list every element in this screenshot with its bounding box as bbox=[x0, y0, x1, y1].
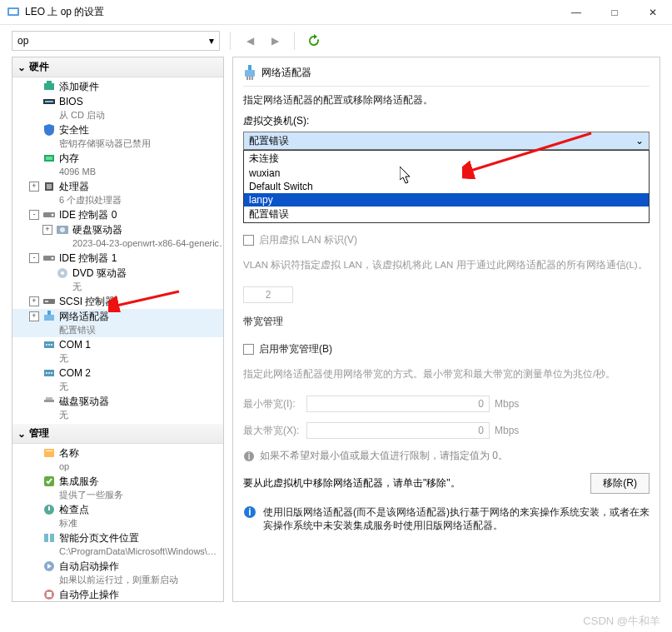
tree-item[interactable]: -IDE 控制器 0 bbox=[12, 207, 223, 222]
vlan-enable-row[interactable]: 启用虚拟 LAN 标识(V) bbox=[243, 233, 650, 247]
chevron-down-icon: ▾ bbox=[209, 35, 214, 47]
info-icon: i bbox=[243, 505, 256, 519]
svg-rect-7 bbox=[46, 157, 52, 160]
checkbox[interactable] bbox=[243, 235, 254, 246]
node-label: IDE 控制器 0 bbox=[59, 208, 117, 221]
bw-enable-row[interactable]: 启用带宽管理(B) bbox=[243, 342, 650, 356]
svg-point-15 bbox=[52, 257, 54, 260]
management-tree: 名称op集成服务提供了一些服务检查点标准智能分页文件位置C:\ProgramDa… bbox=[12, 444, 223, 602]
node-icon bbox=[42, 338, 56, 351]
group-management[interactable]: ⌄ 管理 bbox=[12, 424, 223, 444]
virtual-switch-combo[interactable]: 配置错误 ⌄ 未连接wuxianDefault Switchlanpy配置错误 bbox=[243, 132, 650, 150]
tree-item[interactable]: 添加硬件 bbox=[12, 79, 223, 94]
node-label: 处理器 bbox=[59, 180, 122, 193]
tree-item[interactable]: 智能分页文件位置C:\ProgramData\Microsoft\Windows… bbox=[12, 530, 223, 559]
expander[interactable]: - bbox=[29, 210, 39, 220]
main-area: ⌄ 硬件 添加硬件BIOS从 CD 启动安全性密钥存储驱动器已禁用内存4096 … bbox=[0, 57, 672, 610]
node-icon bbox=[56, 223, 69, 236]
tree-item[interactable]: +处理器6 个虚拟处理器 bbox=[12, 179, 223, 207]
node-subtext: 无 bbox=[59, 408, 109, 421]
svg-rect-32 bbox=[44, 449, 54, 457]
bw-max-input[interactable] bbox=[306, 422, 490, 439]
tree-item[interactable]: 名称op bbox=[12, 445, 223, 474]
node-icon bbox=[42, 446, 56, 460]
title-bar: LEO 上 op 的设置 — □ ✕ bbox=[0, 0, 672, 25]
combo-option[interactable]: Default Switch bbox=[244, 180, 649, 193]
tree-item[interactable]: 磁盘驱动器无 bbox=[12, 394, 223, 422]
tree-item[interactable]: +SCSI 控制器 bbox=[12, 294, 223, 309]
svg-point-13 bbox=[60, 227, 65, 232]
checkbox[interactable] bbox=[243, 344, 254, 355]
node-subtext: 2023-04-23-openwrt-x86-64-generic-s... bbox=[72, 236, 224, 250]
remove-button[interactable]: 移除(R) bbox=[590, 473, 650, 494]
maximize-button[interactable]: □ bbox=[595, 0, 634, 25]
expander bbox=[29, 561, 39, 571]
node-subtext: 如果以前运行过，则重新启动 bbox=[59, 573, 178, 586]
node-icon bbox=[42, 251, 56, 265]
node-label: 智能分页文件位置 bbox=[59, 531, 217, 545]
bw-min-input[interactable] bbox=[306, 396, 490, 412]
close-button[interactable]: ✕ bbox=[634, 0, 672, 25]
nav-forward-button[interactable]: ▶ bbox=[266, 32, 284, 50]
tree-item[interactable]: +网络适配器配置错误 bbox=[12, 309, 223, 337]
group-hardware[interactable]: ⌄ 硬件 bbox=[12, 57, 223, 77]
expander[interactable]: - bbox=[29, 253, 39, 263]
combo-option[interactable]: 配置错误 bbox=[244, 207, 649, 222]
tree-item[interactable]: 自动启动操作如果以前运行过，则重新启动 bbox=[12, 559, 223, 587]
svg-rect-5 bbox=[45, 101, 53, 102]
node-icon bbox=[42, 310, 56, 323]
virtual-switch-field: 虚拟交换机(S): 配置错误 ⌄ 未连接wuxianDefault Switch… bbox=[243, 114, 650, 150]
separator bbox=[294, 32, 295, 50]
tree-item[interactable]: BIOS从 CD 启动 bbox=[12, 94, 223, 122]
expander[interactable]: + bbox=[29, 182, 39, 192]
expander bbox=[29, 533, 39, 543]
node-icon bbox=[42, 152, 56, 165]
vm-select-value: op bbox=[17, 35, 28, 47]
expander[interactable]: + bbox=[29, 311, 39, 321]
combo-option[interactable]: 未连接 bbox=[244, 151, 649, 167]
tree-item[interactable]: COM 2无 bbox=[12, 366, 223, 394]
svg-text:i: i bbox=[248, 506, 251, 518]
tree-item[interactable]: COM 1无 bbox=[12, 337, 223, 366]
node-icon bbox=[42, 503, 56, 516]
nav-back-button[interactable]: ◀ bbox=[241, 32, 259, 50]
tree-item[interactable]: 内存4096 MB bbox=[12, 151, 223, 179]
node-label: BIOS bbox=[59, 95, 105, 108]
svg-rect-19 bbox=[45, 301, 48, 302]
node-label: IDE 控制器 1 bbox=[59, 251, 117, 265]
remove-row: 要从此虚拟机中移除网络适配器，请单击"移除"。 移除(R) bbox=[243, 473, 650, 494]
svg-rect-42 bbox=[248, 65, 251, 70]
svg-point-27 bbox=[46, 372, 47, 374]
node-subtext: 标准 bbox=[59, 516, 89, 530]
expander[interactable]: + bbox=[42, 225, 52, 235]
vm-select[interactable]: op ▾ bbox=[12, 31, 220, 51]
bw-min-row: 最小带宽(I): Mbps bbox=[243, 396, 650, 412]
combo-option[interactable]: wuxian bbox=[244, 167, 649, 180]
node-icon bbox=[56, 266, 69, 280]
tree-item[interactable]: 集成服务提供了一些服务 bbox=[12, 474, 223, 502]
combo-option[interactable]: lanpy bbox=[244, 193, 649, 207]
sidebar: ⌄ 硬件 添加硬件BIOS从 CD 启动安全性密钥存储驱动器已禁用内存4096 … bbox=[12, 57, 224, 602]
node-icon bbox=[42, 80, 56, 93]
svg-text:i: i bbox=[248, 450, 251, 462]
expander bbox=[29, 340, 39, 350]
node-label: 内存 bbox=[59, 152, 96, 165]
vlan-id-input[interactable] bbox=[243, 286, 293, 303]
tree-item[interactable]: +硬盘驱动器2023-04-23-openwrt-x86-64-generic-… bbox=[12, 222, 223, 251]
expander bbox=[29, 476, 39, 486]
tree-item[interactable]: 自动停止操作保存 bbox=[12, 587, 223, 602]
expander bbox=[29, 125, 39, 135]
expander[interactable]: + bbox=[29, 296, 39, 306]
tree-item[interactable]: -IDE 控制器 1 bbox=[12, 251, 223, 266]
node-label: DVD 驱动器 bbox=[72, 266, 127, 280]
vlan-value-row bbox=[243, 286, 650, 303]
tree-item[interactable]: 检查点标准 bbox=[12, 502, 223, 530]
info-icon: i bbox=[243, 450, 255, 462]
combo-display[interactable]: 配置错误 ⌄ bbox=[243, 132, 650, 150]
expander bbox=[29, 368, 39, 378]
node-label: 自动停止操作 bbox=[59, 588, 119, 601]
reload-button[interactable] bbox=[305, 32, 323, 50]
tree-item[interactable]: DVD 驱动器无 bbox=[12, 266, 223, 294]
minimize-button[interactable]: — bbox=[557, 0, 595, 25]
tree-item[interactable]: 安全性密钥存储驱动器已禁用 bbox=[12, 122, 223, 151]
